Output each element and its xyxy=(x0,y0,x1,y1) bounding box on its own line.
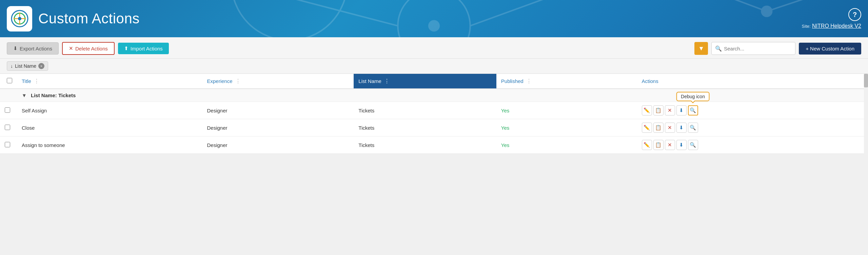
table-row: Assign to someone Designer Tickets Yes ✏… xyxy=(0,136,868,154)
table-row: Close Designer Tickets Yes ✏️ 📋 ✕ ⬇ 🔍 xyxy=(0,119,868,136)
title-column-menu[interactable]: ⋮ xyxy=(34,78,39,84)
search-wrapper: 🔍 xyxy=(711,42,795,55)
filter-tag-close-button[interactable]: × xyxy=(38,63,44,69)
scrollbar-track[interactable] xyxy=(864,74,868,154)
row-3-listname: Tickets xyxy=(354,136,496,154)
debug-button-row3[interactable]: 🔍 xyxy=(688,140,698,150)
listname-column-menu[interactable]: ⋮ xyxy=(384,78,390,84)
delete-button-row2[interactable]: ✕ xyxy=(665,123,675,133)
site-info: Site: NITRO Helpdesk V2 xyxy=(802,23,861,29)
filter-tag-listname: ↓ List Name × xyxy=(7,61,48,71)
delete-button-row3[interactable]: ✕ xyxy=(665,140,675,150)
action-icons-row2: ✏️ 📋 ✕ ⬇ 🔍 xyxy=(642,123,863,133)
edit-button-row2[interactable]: ✏️ xyxy=(642,123,652,133)
upload-icon: ⬆ xyxy=(124,45,129,51)
import-actions-button[interactable]: ⬆ Import Actions xyxy=(118,43,169,54)
debug-button-row2[interactable]: 🔍 xyxy=(688,123,698,133)
row-2-actions: ✏️ 📋 ✕ ⬇ 🔍 xyxy=(637,119,868,136)
funnel-icon: ▼ xyxy=(698,45,704,52)
copy-button-row3[interactable]: 📋 xyxy=(653,140,664,150)
filter-button[interactable]: ▼ xyxy=(694,42,708,55)
row-checkbox-td xyxy=(0,136,17,154)
copy-button-row1[interactable]: 📋 xyxy=(653,105,664,115)
group-label: ▼ List Name: Tickets xyxy=(17,89,868,102)
toolbar: ⬇ Export Actions ✕ Delete Actions ⬆ Impo… xyxy=(0,37,868,59)
export-actions-button[interactable]: ⬇ Export Actions xyxy=(7,42,59,55)
close-icon: ✕ xyxy=(69,45,73,51)
listname-column-header: List Name ⋮ xyxy=(354,74,496,89)
page-title: Custom Actions xyxy=(38,10,140,27)
row-2-experience: Designer xyxy=(202,119,354,136)
debug-tooltip: Debug icon xyxy=(676,92,710,101)
site-link[interactable]: NITRO Helpdesk V2 xyxy=(812,23,861,29)
row-3-experience: Designer xyxy=(202,136,354,154)
experience-column-menu[interactable]: ⋮ xyxy=(235,78,241,84)
edit-button-row1[interactable]: ✏️ xyxy=(642,105,652,115)
edit-button-row3[interactable]: ✏️ xyxy=(642,140,652,150)
row-1-actions: ✏️ 📋 ✕ ⬇ 🔍 Debug icon xyxy=(637,102,868,119)
custom-actions-table: Title ⋮ Experience ⋮ List Name ⋮ Publish… xyxy=(0,74,868,154)
row-2-title: Close xyxy=(17,119,202,136)
copy-button-row2[interactable]: 📋 xyxy=(653,123,664,133)
header-right: ? Site: NITRO Helpdesk V2 xyxy=(802,8,861,29)
filter-bar: ↓ List Name × xyxy=(0,59,868,74)
new-custom-action-button[interactable]: + New Custom Action xyxy=(799,43,861,55)
row-checkbox-td xyxy=(0,119,17,136)
row-1-published: Yes xyxy=(496,102,637,119)
row-checkbox-td xyxy=(0,102,17,119)
group-header-tickets: ▼ List Name: Tickets xyxy=(0,89,868,102)
row-1-checkbox[interactable] xyxy=(5,107,10,113)
row-1-listname: Tickets xyxy=(354,102,496,119)
row-3-actions: ✏️ 📋 ✕ ⬇ 🔍 xyxy=(637,136,868,154)
delete-button-row1[interactable]: ✕ xyxy=(665,105,675,115)
row-3-title: Assign to someone xyxy=(17,136,202,154)
row-2-published: Yes xyxy=(496,119,637,136)
actions-column-header: Actions xyxy=(637,74,868,89)
table-wrapper: Title ⋮ Experience ⋮ List Name ⋮ Publish… xyxy=(0,74,868,154)
table-header-row: Title ⋮ Experience ⋮ List Name ⋮ Publish… xyxy=(0,74,868,89)
download-button-row1[interactable]: ⬇ xyxy=(676,105,687,115)
search-icon: 🔍 xyxy=(715,45,722,52)
search-input[interactable] xyxy=(724,46,792,51)
page-header: + Custom Actions ? Site: NITRO Helpdesk … xyxy=(0,0,868,37)
download-button-row2[interactable]: ⬇ xyxy=(676,123,687,133)
action-icons-row1: ✏️ 📋 ✕ ⬇ 🔍 Debug icon xyxy=(642,105,863,115)
experience-column-header: Experience ⋮ xyxy=(202,74,354,89)
select-all-checkbox[interactable] xyxy=(7,78,12,83)
title-column-header: Title ⋮ xyxy=(17,74,202,89)
svg-text:+: + xyxy=(18,17,21,21)
group-collapse-icon[interactable]: ▼ xyxy=(22,92,27,98)
help-button[interactable]: ? xyxy=(848,8,861,21)
download-button-row3[interactable]: ⬇ xyxy=(676,140,687,150)
download-icon: ⬇ xyxy=(13,45,18,51)
delete-actions-button[interactable]: ✕ Delete Actions xyxy=(62,42,115,55)
published-column-header: Published ⋮ xyxy=(496,74,637,89)
debug-button-row1[interactable]: 🔍 xyxy=(688,105,698,115)
row-1-title: Self Assign xyxy=(17,102,202,119)
row-2-listname: Tickets xyxy=(354,119,496,136)
scrollbar-thumb[interactable] xyxy=(864,74,868,87)
row-3-published: Yes xyxy=(496,136,637,154)
app-logo: + xyxy=(7,6,32,31)
debug-wrapper-row1: 🔍 Debug icon xyxy=(688,105,698,115)
select-all-th xyxy=(0,74,17,89)
row-3-checkbox[interactable] xyxy=(5,142,10,147)
table-container: Title ⋮ Experience ⋮ List Name ⋮ Publish… xyxy=(0,74,868,154)
row-1-experience: Designer xyxy=(202,102,354,119)
row-2-checkbox[interactable] xyxy=(5,125,10,130)
published-column-menu[interactable]: ⋮ xyxy=(526,78,532,84)
action-icons-row3: ✏️ 📋 ✕ ⬇ 🔍 xyxy=(642,140,863,150)
table-row: Self Assign Designer Tickets Yes ✏️ 📋 ✕ … xyxy=(0,102,868,119)
